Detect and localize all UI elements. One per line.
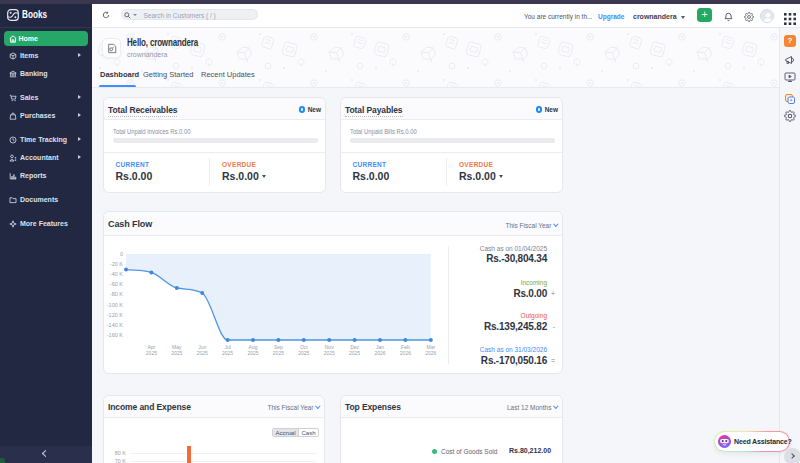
svg-text:0: 0	[120, 251, 123, 257]
svg-text:2025: 2025	[171, 350, 182, 356]
svg-text:2025: 2025	[324, 350, 335, 356]
svg-text:-80 K: -80 K	[110, 291, 123, 297]
svg-text:2026: 2026	[374, 350, 385, 356]
svg-text:2026: 2026	[425, 350, 436, 356]
svg-text:-20 K: -20 K	[110, 261, 123, 267]
svg-text:-160 K: -160 K	[107, 332, 124, 338]
svg-text:2026: 2026	[400, 350, 411, 356]
svg-text:2025: 2025	[146, 350, 157, 356]
svg-text:2025: 2025	[197, 350, 208, 356]
svg-text:-120 K: -120 K	[107, 312, 124, 318]
svg-text:2025: 2025	[247, 350, 258, 356]
svg-text:-100 K: -100 K	[107, 302, 124, 308]
svg-text:2025: 2025	[222, 350, 233, 356]
svg-text:-40 K: -40 K	[110, 271, 123, 277]
svg-text:2025: 2025	[298, 350, 309, 356]
svg-text:2025: 2025	[273, 350, 284, 356]
svg-text:-60 K: -60 K	[110, 281, 123, 287]
svg-text:-140 K: -140 K	[107, 322, 124, 328]
svg-text:2025: 2025	[349, 350, 360, 356]
